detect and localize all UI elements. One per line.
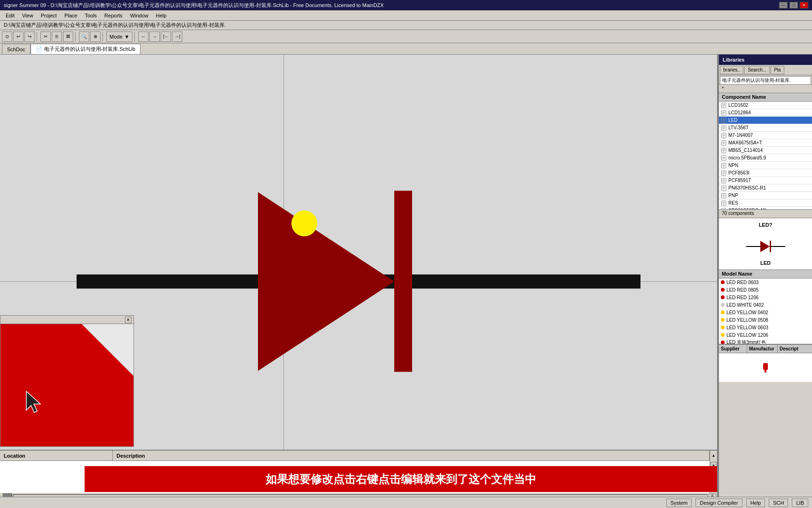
comp-item-7[interactable]: micro 5PBoard5.9: [719, 154, 812, 162]
comp-item-2[interactable]: LED: [719, 117, 812, 124]
model-name-4: LED YELLOW 0402: [726, 310, 768, 315]
model-list[interactable]: LED RED 0603LED RED 0805LED RED 1206LED …: [719, 278, 812, 344]
comp-icon-6: [721, 148, 726, 153]
properties-header: Location Description ▲: [0, 451, 717, 461]
led-component: [281, 191, 436, 372]
model-item-3[interactable]: LED WHITE 0402: [719, 301, 812, 309]
tab-schdoc-label: SchDoc: [7, 47, 25, 52]
comp-item-1[interactable]: LCD12864: [719, 109, 812, 117]
preview-triangle: [760, 241, 770, 252]
comp-item-13[interactable]: RES: [719, 199, 812, 207]
comp-icon-1: [721, 110, 726, 116]
status-help[interactable]: Help: [746, 499, 765, 507]
properties-scroll-up[interactable]: ▲: [710, 451, 717, 461]
toolbar-btn-3[interactable]: ↪: [24, 32, 35, 42]
toolbar-btn-8[interactable]: ⊕: [90, 32, 101, 42]
comp-name-10: PCF8591T: [728, 178, 751, 183]
lib-search-button[interactable]: Search...: [744, 66, 770, 74]
maximize-button[interactable]: □: [789, 2, 798, 8]
status-lib[interactable]: LIB: [792, 499, 808, 507]
model-name-1: LED RED 0805: [726, 287, 758, 293]
lib-button-1[interactable]: braries..: [720, 66, 743, 74]
toolbar-btn-7[interactable]: 🔍: [79, 32, 89, 42]
tab-schlib-icon: 📄: [36, 46, 42, 52]
toolbar-btn-12[interactable]: →|: [172, 32, 182, 42]
led-dot-preview: [762, 363, 769, 373]
menu-item-reports[interactable]: Reports: [101, 12, 126, 19]
comp-item-10[interactable]: PCF8591T: [719, 177, 812, 184]
comp-item-4[interactable]: M7-1N4007: [719, 132, 812, 139]
model-name-6: LED YELLOW 0603: [726, 325, 768, 330]
model-dot-3: [721, 303, 725, 307]
menu-item-window[interactable]: Window: [126, 12, 152, 19]
close-button[interactable]: ✕: [800, 2, 808, 8]
toolbar-mode[interactable]: Mode ▼: [106, 32, 133, 42]
menu-item-edit[interactable]: Edit: [2, 12, 18, 19]
toolbar-btn-6[interactable]: ⌘: [63, 32, 73, 42]
title-bar-left: signer Summer 09 - D:\淘宝店铺产品\培训教学\公众号文章\…: [4, 2, 384, 9]
lib-place-button[interactable]: Pla: [771, 66, 784, 74]
toolbar-btn-1[interactable]: ⊙: [2, 32, 12, 42]
comp-item-8[interactable]: NPN: [719, 162, 812, 169]
model-item-1[interactable]: LED RED 0805: [719, 286, 812, 294]
comp-item-11[interactable]: PN6370HSSC-R1: [719, 184, 812, 192]
menu-item-place[interactable]: Place: [61, 12, 81, 19]
toolbar-btn-5[interactable]: ⎘: [52, 32, 62, 42]
overlay-close[interactable]: ✕: [125, 317, 132, 323]
menu-item-tools[interactable]: Tools: [81, 12, 101, 19]
model-item-2[interactable]: LED RED 1206: [719, 294, 812, 301]
model-item-0[interactable]: LED RED 0603: [719, 278, 812, 286]
toolbar-btn-4[interactable]: ✂: [40, 32, 51, 42]
model-dot-2: [721, 295, 725, 299]
comp-item-12[interactable]: PNP: [719, 192, 812, 199]
model-item-6[interactable]: LED YELLOW 0603: [719, 324, 812, 331]
model-dot-5: [721, 318, 725, 322]
overlay-content: [0, 324, 133, 446]
status-design-compiler[interactable]: Design Compiler: [695, 499, 742, 507]
toolbar-btn-2[interactable]: ↩: [13, 32, 23, 42]
comp-item-6[interactable]: MB6S_C114014: [719, 147, 812, 154]
status-sch[interactable]: SCH: [769, 499, 788, 507]
toolbar-btn-11[interactable]: |←: [161, 32, 171, 42]
toolbar: ⊙ ↩ ↪ ✂ ⎘ ⌘ 🔍 ⊕ Mode ▼ ← → |← →|: [0, 30, 812, 43]
comp-name-11: PN6370HSSC-R1: [728, 185, 766, 190]
main-layout: ⠿ Location Description ▲ ▼: [0, 55, 812, 508]
model-item-5[interactable]: LED YELLOW 0508: [719, 316, 812, 324]
model-item-4[interactable]: LED YELLOW 0402: [719, 309, 812, 316]
led-preview-label-bot: LED: [760, 260, 771, 266]
canvas-area[interactable]: ⠿ Location Description ▲ ▼: [0, 55, 718, 508]
model-dot-7: [721, 333, 725, 337]
description-col-header: Description: [113, 451, 710, 460]
toolbar-btn-10[interactable]: →: [149, 32, 160, 42]
comp-icon-5: [721, 140, 726, 146]
model-dot-6: [721, 325, 725, 329]
component-list[interactable]: LCD1602 LCD12864 LED LTV-356T: [719, 102, 812, 210]
comp-item-5[interactable]: MAX6675ISA+T: [719, 139, 812, 147]
model-item-7[interactable]: LED YELLOW 1206: [719, 331, 812, 339]
red-banner: 如果想要修改点击右键点击编辑就来到了这个文件当中: [85, 466, 717, 492]
model-name-7: LED YELLOW 1206: [726, 333, 768, 338]
right-panel: Libraries braries.. Search... Pla * Comp…: [718, 55, 812, 508]
model-name-3: LED WHITE 0402: [726, 302, 764, 308]
model-item-8[interactable]: LED 直插3mm红色: [719, 339, 812, 344]
led-preview: LED? LED: [719, 218, 812, 270]
status-system[interactable]: System: [666, 499, 692, 507]
comp-item-3[interactable]: LTV-356T: [719, 124, 812, 132]
menu-item-help[interactable]: Help: [152, 12, 171, 19]
comp-item-0[interactable]: LCD1602: [719, 102, 812, 109]
model-dot-0: [721, 280, 725, 284]
menu-item-project[interactable]: Project: [37, 12, 61, 19]
comp-name-1: LCD12864: [728, 110, 751, 115]
toolbar-btn-9[interactable]: ←: [138, 32, 148, 42]
title-bar: signer Summer 09 - D:\淘宝店铺产品\培训教学\公众号文章\…: [0, 0, 812, 10]
yellow-dot: [291, 210, 317, 236]
comp-item-9[interactable]: PCF8563I: [719, 169, 812, 177]
toolbar-sep-2: [75, 32, 77, 41]
tab-schdoc[interactable]: SchDoc: [2, 44, 31, 54]
supplier-col-2: Manufactur: [747, 345, 778, 353]
location-col-header: Location: [0, 451, 113, 460]
menu-item-view[interactable]: View: [18, 12, 37, 19]
lib-filter-input[interactable]: [720, 76, 811, 85]
minimize-button[interactable]: ─: [779, 2, 788, 8]
tab-schlib[interactable]: 📄 电子元器件的认识与使用-封装库.SchLib: [31, 44, 141, 54]
